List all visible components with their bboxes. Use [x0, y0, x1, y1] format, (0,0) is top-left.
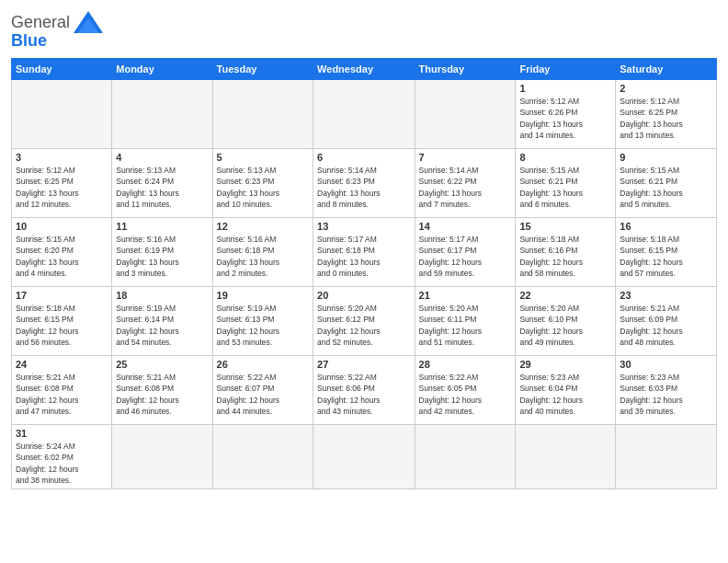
calendar-cell: 14Sunrise: 5:17 AM Sunset: 6:17 PM Dayli… [415, 218, 516, 287]
day-info: Sunrise: 5:18 AM Sunset: 6:16 PM Dayligh… [519, 234, 611, 279]
day-number: 12 [217, 221, 309, 232]
calendar-cell: 31Sunrise: 5:24 AM Sunset: 6:02 PM Dayli… [12, 425, 112, 489]
day-info: Sunrise: 5:15 AM Sunset: 6:20 PM Dayligh… [16, 234, 108, 279]
day-info: Sunrise: 5:12 AM Sunset: 6:25 PM Dayligh… [620, 96, 712, 141]
calendar-cell: 3Sunrise: 5:12 AM Sunset: 6:25 PM Daylig… [12, 149, 112, 218]
day-number: 11 [116, 221, 208, 232]
weekday-tuesday: Tuesday [212, 59, 313, 80]
day-number: 15 [519, 221, 611, 232]
calendar-cell [112, 425, 212, 489]
calendar-cell: 16Sunrise: 5:18 AM Sunset: 6:15 PM Dayli… [616, 218, 717, 287]
day-info: Sunrise: 5:13 AM Sunset: 6:23 PM Dayligh… [217, 165, 309, 210]
calendar-cell: 4Sunrise: 5:13 AM Sunset: 6:24 PM Daylig… [112, 149, 212, 218]
weekday-monday: Monday [112, 59, 212, 80]
day-info: Sunrise: 5:14 AM Sunset: 6:22 PM Dayligh… [419, 165, 512, 210]
day-info: Sunrise: 5:21 AM Sunset: 6:08 PM Dayligh… [16, 372, 108, 417]
day-info: Sunrise: 5:12 AM Sunset: 6:25 PM Dayligh… [16, 165, 108, 210]
calendar-cell: 23Sunrise: 5:21 AM Sunset: 6:09 PM Dayli… [616, 287, 717, 356]
day-number: 2 [620, 83, 712, 94]
calendar-cell: 1Sunrise: 5:12 AM Sunset: 6:26 PM Daylig… [516, 80, 616, 149]
calendar-cell: 13Sunrise: 5:17 AM Sunset: 6:18 PM Dayli… [313, 218, 415, 287]
day-number: 8 [519, 152, 611, 163]
weekday-wednesday: Wednesday [313, 59, 415, 80]
day-number: 13 [317, 221, 410, 232]
day-info: Sunrise: 5:24 AM Sunset: 6:02 PM Dayligh… [16, 441, 108, 486]
calendar-cell [415, 425, 516, 489]
calendar-cell: 7Sunrise: 5:14 AM Sunset: 6:22 PM Daylig… [415, 149, 516, 218]
day-number: 9 [620, 152, 712, 163]
day-info: Sunrise: 5:17 AM Sunset: 6:18 PM Dayligh… [317, 234, 410, 279]
day-info: Sunrise: 5:17 AM Sunset: 6:17 PM Dayligh… [419, 234, 512, 279]
calendar-cell: 6Sunrise: 5:14 AM Sunset: 6:23 PM Daylig… [313, 149, 415, 218]
day-info: Sunrise: 5:16 AM Sunset: 6:19 PM Dayligh… [116, 234, 208, 279]
calendar-cell: 28Sunrise: 5:22 AM Sunset: 6:05 PM Dayli… [415, 356, 516, 425]
calendar-cell: 15Sunrise: 5:18 AM Sunset: 6:16 PM Dayli… [516, 218, 616, 287]
calendar-cell: 21Sunrise: 5:20 AM Sunset: 6:11 PM Dayli… [415, 287, 516, 356]
day-info: Sunrise: 5:16 AM Sunset: 6:18 PM Dayligh… [217, 234, 309, 279]
day-info: Sunrise: 5:20 AM Sunset: 6:10 PM Dayligh… [519, 303, 611, 348]
day-number: 21 [419, 290, 512, 301]
day-info: Sunrise: 5:12 AM Sunset: 6:26 PM Dayligh… [519, 96, 611, 141]
day-number: 17 [16, 290, 108, 301]
calendar-cell [12, 80, 112, 149]
calendar-cell [516, 425, 616, 489]
calendar-cell: 2Sunrise: 5:12 AM Sunset: 6:25 PM Daylig… [616, 80, 717, 149]
day-number: 6 [317, 152, 410, 163]
calendar-cell: 8Sunrise: 5:15 AM Sunset: 6:21 PM Daylig… [516, 149, 616, 218]
day-info: Sunrise: 5:13 AM Sunset: 6:24 PM Dayligh… [116, 165, 208, 210]
calendar-cell: 17Sunrise: 5:18 AM Sunset: 6:15 PM Dayli… [12, 287, 112, 356]
weekday-saturday: Saturday [616, 59, 717, 80]
day-info: Sunrise: 5:15 AM Sunset: 6:21 PM Dayligh… [519, 165, 611, 210]
day-number: 24 [16, 359, 108, 370]
day-info: Sunrise: 5:23 AM Sunset: 6:04 PM Dayligh… [519, 372, 611, 417]
day-number: 18 [116, 290, 208, 301]
logo-blue: Blue [11, 31, 47, 51]
day-number: 31 [16, 428, 108, 439]
day-number: 28 [419, 359, 512, 370]
day-number: 19 [217, 290, 309, 301]
day-info: Sunrise: 5:23 AM Sunset: 6:03 PM Dayligh… [620, 372, 712, 417]
logo-general: General [11, 13, 70, 32]
calendar-cell [313, 80, 415, 149]
day-info: Sunrise: 5:22 AM Sunset: 6:07 PM Dayligh… [217, 372, 309, 417]
calendar-cell: 19Sunrise: 5:19 AM Sunset: 6:13 PM Dayli… [212, 287, 313, 356]
calendar: SundayMondayTuesdayWednesdayThursdayFrid… [11, 58, 717, 489]
calendar-cell: 9Sunrise: 5:15 AM Sunset: 6:21 PM Daylig… [616, 149, 717, 218]
calendar-row: 3Sunrise: 5:12 AM Sunset: 6:25 PM Daylig… [12, 149, 717, 218]
calendar-cell: 30Sunrise: 5:23 AM Sunset: 6:03 PM Dayli… [616, 356, 717, 425]
calendar-cell: 12Sunrise: 5:16 AM Sunset: 6:18 PM Dayli… [212, 218, 313, 287]
day-number: 30 [620, 359, 712, 370]
day-info: Sunrise: 5:14 AM Sunset: 6:23 PM Dayligh… [317, 165, 410, 210]
calendar-cell: 10Sunrise: 5:15 AM Sunset: 6:20 PM Dayli… [12, 218, 112, 287]
logo: General Blue [11, 9, 105, 51]
day-info: Sunrise: 5:15 AM Sunset: 6:21 PM Dayligh… [620, 165, 712, 210]
day-number: 23 [620, 290, 712, 301]
calendar-row: 31Sunrise: 5:24 AM Sunset: 6:02 PM Dayli… [12, 425, 717, 489]
calendar-cell: 29Sunrise: 5:23 AM Sunset: 6:04 PM Dayli… [516, 356, 616, 425]
day-number: 26 [217, 359, 309, 370]
calendar-cell [212, 425, 313, 489]
day-number: 20 [317, 290, 410, 301]
day-number: 16 [620, 221, 712, 232]
calendar-cell [616, 425, 717, 489]
day-info: Sunrise: 5:19 AM Sunset: 6:13 PM Dayligh… [217, 303, 309, 348]
day-info: Sunrise: 5:20 AM Sunset: 6:11 PM Dayligh… [419, 303, 512, 348]
calendar-cell [313, 425, 415, 489]
day-number: 29 [519, 359, 611, 370]
day-number: 1 [519, 83, 611, 94]
day-info: Sunrise: 5:21 AM Sunset: 6:08 PM Dayligh… [116, 372, 208, 417]
calendar-row: 1Sunrise: 5:12 AM Sunset: 6:26 PM Daylig… [12, 80, 717, 149]
weekday-friday: Friday [516, 59, 616, 80]
day-number: 25 [116, 359, 208, 370]
calendar-cell: 25Sunrise: 5:21 AM Sunset: 6:08 PM Dayli… [112, 356, 212, 425]
calendar-cell [212, 80, 313, 149]
weekday-thursday: Thursday [415, 59, 516, 80]
calendar-cell: 11Sunrise: 5:16 AM Sunset: 6:19 PM Dayli… [112, 218, 212, 287]
weekday-header: SundayMondayTuesdayWednesdayThursdayFrid… [12, 59, 717, 80]
calendar-cell: 27Sunrise: 5:22 AM Sunset: 6:06 PM Dayli… [313, 356, 415, 425]
day-number: 10 [16, 221, 108, 232]
day-info: Sunrise: 5:18 AM Sunset: 6:15 PM Dayligh… [16, 303, 108, 348]
calendar-cell [112, 80, 212, 149]
day-info: Sunrise: 5:22 AM Sunset: 6:05 PM Dayligh… [419, 372, 512, 417]
day-info: Sunrise: 5:19 AM Sunset: 6:14 PM Dayligh… [116, 303, 208, 348]
